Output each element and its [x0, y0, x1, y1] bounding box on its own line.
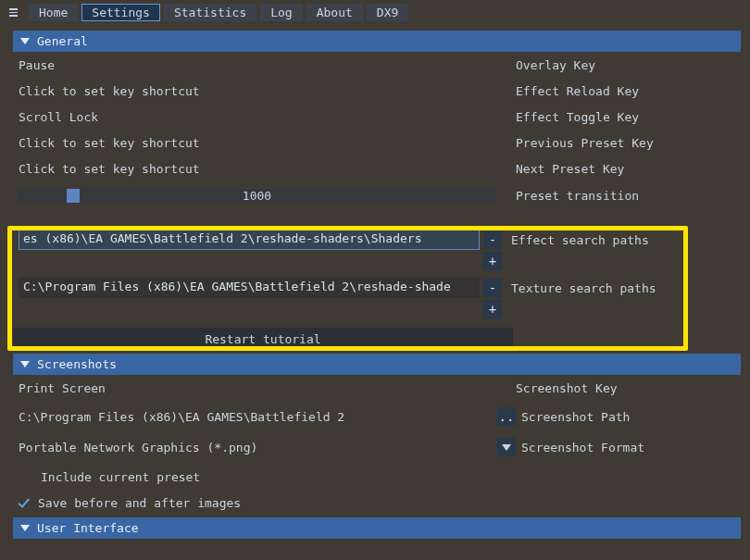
section-screenshots-header[interactable]: Screenshots [13, 354, 741, 375]
preset-transition-slider[interactable]: 1000 [19, 188, 495, 204]
screenshot-path-label: Screenshot Path [521, 410, 735, 424]
overlay-key-value[interactable]: Pause [19, 58, 495, 72]
save-before-after-label: Save before and after images [38, 496, 241, 510]
screenshot-key-label: Screenshot Key [516, 381, 735, 395]
effect-toggle-key-value[interactable]: Scroll Lock [19, 110, 495, 124]
screenshot-format-dropdown-icon[interactable] [497, 438, 516, 456]
include-preset-checkbox[interactable]: Include current preset [19, 468, 495, 484]
menu-icon[interactable] [6, 6, 21, 19]
tab-home[interactable]: Home [29, 4, 78, 21]
preset-transition-label: Preset transition [516, 189, 735, 203]
check-icon [19, 496, 38, 510]
next-preset-key-value[interactable]: Click to set key shortcut [19, 162, 495, 176]
tab-bar: Home Settings Statistics Log About DX9 [0, 0, 750, 29]
tab-log[interactable]: Log [260, 4, 302, 21]
overlay-key-label: Overlay Key [516, 58, 735, 72]
previous-preset-key-label: Previous Preset Key [516, 136, 735, 150]
effect-path-remove-button[interactable]: - [483, 230, 502, 249]
chevron-down-icon [20, 361, 30, 367]
screenshot-path-browse-button[interactable]: .. [497, 407, 516, 426]
screenshot-format-label: Screenshot Format [521, 441, 735, 454]
section-general-label: General [37, 34, 88, 48]
section-ui-header[interactable]: User Interface [13, 517, 741, 539]
effect-path-add-button[interactable]: + [483, 252, 502, 270]
chevron-down-icon [20, 38, 30, 44]
section-screenshots-label: Screenshots [37, 357, 117, 371]
effect-search-path-input[interactable]: es (x86)\EA GAMES\Battlefield 2\reshade-… [19, 230, 480, 250]
effect-reload-key-value[interactable]: Click to set key shortcut [19, 84, 495, 98]
texture-search-paths-label: Texture search paths [511, 281, 656, 295]
next-preset-key-label: Next Preset Key [516, 162, 735, 176]
texture-path-add-button[interactable]: + [483, 300, 502, 318]
section-general-header[interactable]: General [13, 31, 741, 52]
save-before-after-checkbox[interactable]: Save before and after images [19, 496, 495, 510]
preset-transition-value: 1000 [19, 189, 495, 203]
texture-path-remove-button[interactable]: - [483, 279, 502, 297]
effect-search-paths-label: Effect search paths [511, 233, 649, 247]
tab-dx9[interactable]: DX9 [367, 4, 408, 21]
previous-preset-key-value[interactable]: Click to set key shortcut [19, 136, 495, 150]
effect-reload-key-label: Effect Reload Key [516, 84, 735, 98]
effect-toggle-key-label: Effect Toggle Key [516, 110, 735, 124]
section-ui-label: User Interface [37, 521, 139, 535]
texture-search-path-input[interactable]: C:\Program Files (x86)\EA GAMES\Battlefi… [19, 278, 480, 298]
chevron-down-icon [20, 525, 30, 531]
screenshot-path-value[interactable]: C:\Program Files (x86)\EA GAMES\Battlefi… [19, 410, 495, 424]
tab-statistics[interactable]: Statistics [164, 4, 256, 21]
include-preset-label: Include current preset [41, 470, 200, 484]
screenshot-key-value[interactable]: Print Screen [19, 381, 495, 395]
screenshot-format-value[interactable]: Portable Network Graphics (*.png) [19, 441, 495, 454]
tab-about[interactable]: About [306, 4, 363, 21]
tab-settings[interactable]: Settings [81, 4, 160, 21]
restart-tutorial-button[interactable]: Restart tutorial [13, 328, 513, 350]
